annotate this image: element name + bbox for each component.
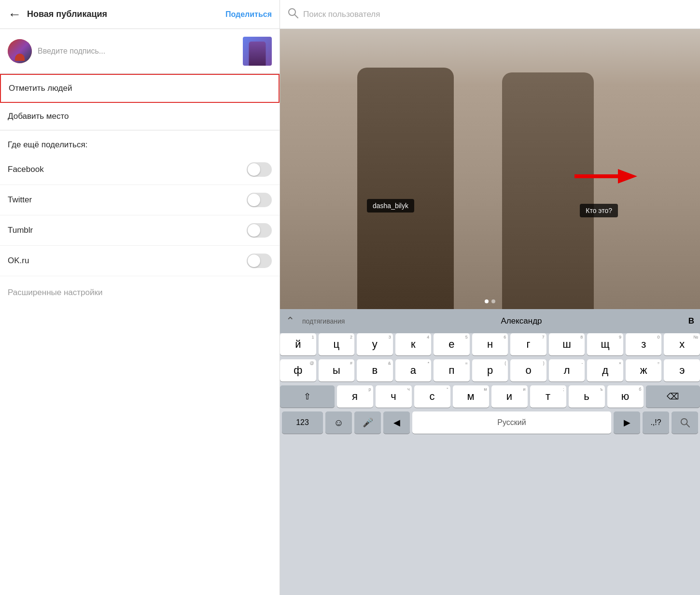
key-yu[interactable]: бю: [607, 385, 644, 408]
okru-toggle-knob: [248, 255, 260, 267]
key-a[interactable]: *а: [395, 359, 432, 382]
key-s[interactable]: "с: [414, 385, 450, 408]
back-button[interactable]: ←: [8, 8, 21, 21]
dot-1: [485, 299, 489, 303]
twitter-toggle-row: Twitter: [0, 185, 280, 215]
key-sh[interactable]: 8ш: [549, 333, 585, 355]
photo-container: dasha_bilyk Кто это?: [280, 29, 700, 309]
key-p[interactable]: =п: [434, 359, 470, 382]
key-d[interactable]: ×д: [587, 359, 623, 382]
key-ch[interactable]: чч: [376, 385, 412, 408]
keyboard-bottom-row: 123 ☺ 🎤 ◀ Русский ▶ .,!?: [280, 411, 700, 438]
key-ya[interactable]: ря: [337, 385, 373, 408]
key-r[interactable]: (р: [472, 359, 508, 382]
key-zh[interactable]: ÷ж: [626, 359, 662, 382]
facebook-toggle-row: Facebook: [0, 155, 280, 185]
key-u[interactable]: 3у: [357, 333, 393, 355]
emoji-key[interactable]: ☺: [325, 411, 352, 434]
dot-2: [491, 299, 495, 303]
key-v[interactable]: &в: [357, 359, 393, 382]
post-thumbnail: [243, 37, 272, 66]
toolbar-bold-button[interactable]: В: [688, 316, 694, 326]
toolbar-chevron-icon[interactable]: ⌃: [286, 315, 294, 327]
key-y[interactable]: #ы: [319, 359, 355, 382]
caption-row: [0, 29, 280, 74]
advanced-settings-item[interactable]: Расширенные настройки: [0, 276, 280, 309]
svg-line-5: [686, 424, 689, 427]
key-t[interactable]: ;т: [530, 385, 566, 408]
tumblr-toggle-row: Tumblr: [0, 215, 280, 246]
avatar: [8, 39, 32, 63]
tumblr-label: Tumblr: [8, 226, 247, 235]
figure-right: [502, 72, 594, 309]
dot-indicator: [485, 299, 495, 303]
share-also-label: Где ещё поделиться:: [0, 130, 280, 155]
num-key[interactable]: 123: [282, 411, 323, 434]
key-ye[interactable]: 5е: [434, 333, 470, 355]
search-bar: [280, 0, 700, 29]
key-o[interactable]: )о: [510, 359, 546, 382]
mic-key[interactable]: 🎤: [354, 411, 381, 434]
okru-toggle[interactable]: [247, 254, 272, 268]
keyboard-row-2: @ф #ы &в *а =п (р )о -л ×д ÷ж э: [280, 359, 700, 382]
share-button[interactable]: Поделиться: [225, 10, 272, 19]
svg-line-1: [294, 14, 298, 18]
tumblr-toggle[interactable]: [247, 223, 272, 238]
key-n[interactable]: 6н: [472, 333, 508, 355]
left-panel: ← Новая публикация Поделиться Отметить л…: [0, 0, 280, 595]
toolbar-word: подтягивания: [302, 317, 345, 325]
key-f[interactable]: @ф: [280, 359, 316, 382]
twitter-toggle-knob: [248, 194, 260, 206]
tag-dasha[interactable]: dasha_bilyk: [367, 199, 414, 212]
figure-left: [357, 68, 454, 309]
key-e[interactable]: э: [664, 359, 700, 382]
keyboard-row-1: 1й 2ц 3у 4к 5е 6н 7г 8ш 9щ 0з №х: [280, 333, 700, 355]
svg-marker-3: [618, 169, 637, 184]
tag-people-item[interactable]: Отметить людей: [0, 74, 280, 103]
nav-right-key[interactable]: ▶: [614, 411, 640, 434]
caption-input[interactable]: [38, 39, 243, 63]
punct-key[interactable]: .,!?: [643, 411, 669, 434]
key-z[interactable]: 0з: [626, 333, 662, 355]
delete-key[interactable]: ⌫: [646, 385, 700, 408]
key-k[interactable]: 4к: [395, 333, 432, 355]
add-location-item[interactable]: Добавить место: [0, 103, 280, 130]
key-i[interactable]: ии: [491, 385, 528, 408]
key-shch[interactable]: 9щ: [587, 333, 623, 355]
keyboard-toolbar: ⌃ подтягивания Александр В: [280, 309, 700, 333]
okru-label: OK.ru: [8, 256, 247, 266]
right-panel: dasha_bilyk Кто это? ⌃ подтягивания Алек…: [280, 0, 700, 595]
nav-left-key[interactable]: ◀: [383, 411, 410, 434]
tumblr-toggle-knob: [248, 224, 260, 237]
toolbar-suggestion[interactable]: Александр: [354, 316, 688, 326]
search-key[interactable]: [672, 411, 698, 434]
keyboard-row-3: ⇧ ря чч "с мм ии ;т ъь бю ⌫: [280, 385, 700, 408]
new-post-header: ← Новая публикация Поделиться: [0, 0, 280, 29]
twitter-toggle[interactable]: [247, 193, 272, 207]
red-arrow: [570, 164, 637, 190]
okru-toggle-row: OK.ru: [0, 246, 280, 276]
key-ts[interactable]: 2ц: [319, 333, 355, 355]
twitter-label: Twitter: [8, 195, 247, 205]
keyboard-area: ⌃ подтягивания Александр В 1й 2ц 3у 4к 5…: [280, 309, 700, 595]
tag-who[interactable]: Кто это?: [580, 204, 618, 217]
search-icon: [288, 8, 298, 21]
key-m[interactable]: мм: [453, 385, 489, 408]
key-j[interactable]: 1й: [280, 333, 316, 355]
key-l[interactable]: -л: [549, 359, 585, 382]
key-g[interactable]: 7г: [510, 333, 546, 355]
shift-key[interactable]: ⇧: [280, 385, 335, 408]
header-title: Новая публикация: [27, 9, 225, 19]
facebook-label: Facebook: [8, 165, 247, 174]
space-key[interactable]: Русский: [412, 411, 611, 434]
search-input[interactable]: [303, 10, 692, 19]
facebook-toggle[interactable]: [247, 162, 272, 177]
key-soft[interactable]: ъь: [569, 385, 605, 408]
key-kh[interactable]: №х: [664, 333, 700, 355]
facebook-toggle-knob: [248, 163, 260, 176]
